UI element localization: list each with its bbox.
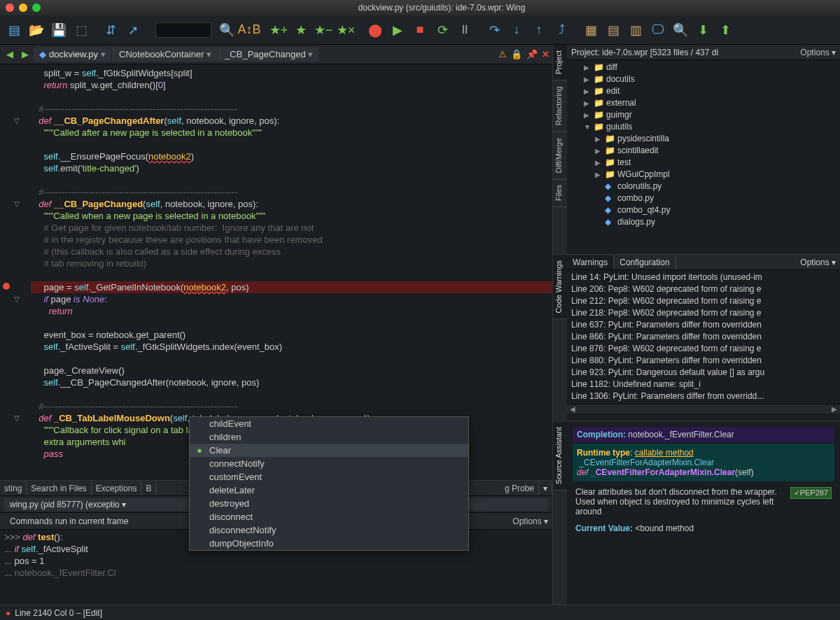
vtab-refactoring[interactable]: Refactoring <box>553 80 567 132</box>
warning-line[interactable]: Line 876: Pep8: W602 deprecated form of … <box>571 343 836 355</box>
autocomplete-item[interactable]: Clear <box>190 444 468 457</box>
project-tree[interactable]: ▶📁diff▶📁docutils▶📁edit▶📁external▶📁guimgr… <box>567 60 840 230</box>
tree-node[interactable]: ▶📁guimgr <box>567 109 840 121</box>
project-options-menu[interactable]: Options ▾ <box>800 48 836 57</box>
tree-node[interactable]: ▶📁scintillaedit <box>567 145 840 157</box>
tree-node[interactable]: ▶📁diff <box>567 62 840 73</box>
close-tab-icon[interactable]: ✕ <box>542 49 550 59</box>
record-icon[interactable]: ⬤ <box>365 20 385 40</box>
breakpoint-marker[interactable] <box>3 283 10 290</box>
tree-node[interactable]: ▶📁WGuiCppImpl <box>567 169 840 181</box>
upload-icon[interactable]: ⬆ <box>715 20 735 40</box>
step-in-icon[interactable]: ↓ <box>507 20 526 40</box>
vtab-code-warnings[interactable]: Code Warnings <box>553 255 567 319</box>
close-window-button[interactable] <box>6 3 14 12</box>
repl-line[interactable]: ... pos = 1 <box>4 555 548 567</box>
tab-more-icon[interactable]: ▾ <box>539 481 552 495</box>
fold-toggle-icon[interactable]: ▽ <box>14 115 20 127</box>
tab-bookmarks[interactable]: B <box>141 481 156 495</box>
step-return-icon[interactable]: ⤴ <box>552 20 571 40</box>
code-line[interactable]: if page is None: <box>31 293 552 305</box>
code-line[interactable] <box>31 91 552 103</box>
warning-line[interactable]: Line 637: PyLint: Parameters differ from… <box>571 319 836 331</box>
code-line[interactable]: # tab removing in rebuild) <box>31 258 552 269</box>
tree-node[interactable]: ▶📁test <box>567 157 840 169</box>
code-line[interactable] <box>31 139 552 150</box>
zoom-icon[interactable]: 🔍 <box>671 20 690 40</box>
warning-line[interactable]: Line 880: PyLint: Parameters differ from… <box>571 355 836 367</box>
code-line[interactable]: # Get page for given notebook/tab number… <box>31 222 552 234</box>
code-line[interactable]: page = self._GetPanelInNotebook(notebook… <box>31 281 552 293</box>
nav-back-icon[interactable]: ◀ <box>3 48 17 62</box>
tab-warnings[interactable]: Warnings <box>567 255 614 269</box>
vtab-project[interactable]: Project <box>553 45 567 80</box>
warning-line[interactable]: Line 866: PyLint: Parameters differ from… <box>571 331 836 343</box>
repl-line[interactable]: ... notebook._fEventFilter.Cl <box>4 567 548 579</box>
star-rm-icon[interactable]: ★− <box>314 20 333 40</box>
step-over-icon[interactable]: ↷ <box>484 20 504 40</box>
code-line[interactable]: def __CB_PageChanged(self, notebook, ign… <box>31 198 552 210</box>
step-out-icon[interactable]: ↑ <box>529 20 549 40</box>
breadcrumb-class[interactable]: CNotebookContainer ▾ <box>113 47 217 62</box>
tree-node[interactable]: ▶📁edit <box>567 85 840 97</box>
stop-icon[interactable]: ■ <box>410 20 430 40</box>
download-icon[interactable]: ⬇ <box>693 20 713 40</box>
code-line[interactable]: self.emit('title-changed') <box>31 162 552 174</box>
save-all-icon[interactable]: ⬚ <box>71 20 91 40</box>
autocomplete-item[interactable]: deleteLater <box>190 484 468 497</box>
process-selector[interactable]: wing.py (pid 85777) (exceptio ▾ <box>4 498 220 511</box>
warning-line[interactable]: Line 923: PyLint: Dangerous default valu… <box>571 367 836 379</box>
code-line[interactable]: def __CB_PageChangedAfter(self, notebook… <box>31 115 552 127</box>
tab-debug-probe[interactable]: g Probe <box>500 481 539 495</box>
autocomplete-popup[interactable]: childEventchildrenClearconnectNotifycust… <box>189 416 469 551</box>
vtab-diffmerge[interactable]: Diff/Merge <box>553 132 567 180</box>
warning-line[interactable]: Line 206: Pep8: W602 deprecated form of … <box>571 283 836 295</box>
code-line[interactable]: # in the registry because these are posi… <box>31 234 552 246</box>
code-line[interactable]: self.__EnsurePageFocus(notebook2) <box>31 150 552 162</box>
autocomplete-item[interactable]: childEvent <box>190 417 468 430</box>
nav-fwd-icon[interactable]: ▶ <box>18 48 32 62</box>
tab-exceptions[interactable]: Exceptions <box>92 481 142 495</box>
runtime-type-link[interactable]: callable method <box>635 448 694 458</box>
lock-icon[interactable]: 🔒 <box>511 49 522 59</box>
code-line[interactable]: # (this callback is also called as a sid… <box>31 246 552 258</box>
tree-node[interactable]: ◆combo.py <box>567 192 840 204</box>
fold-toggle-icon[interactable]: ▽ <box>14 412 20 424</box>
autocomplete-item[interactable]: destroyed <box>190 497 468 510</box>
warnings-options-menu[interactable]: Options ▾ <box>800 258 840 267</box>
open-folder-icon[interactable]: 📂 <box>27 20 46 40</box>
code-line[interactable] <box>31 174 552 186</box>
code-line[interactable]: #---------------------------------------… <box>31 400 552 412</box>
warning-line[interactable]: Line 1182: Undefined name: split_i <box>571 379 836 390</box>
code-line[interactable]: event_box = notebook.get_parent() <box>31 329 552 341</box>
run-icon[interactable]: ▶ <box>388 20 407 40</box>
warnings-list[interactable]: Line 14: PyLint: Unused import itertools… <box>567 270 840 404</box>
code-line[interactable]: """Called after a new page is selected i… <box>31 127 552 139</box>
warning-line[interactable]: Line 218: Pep8: W602 deprecated form of … <box>571 307 836 319</box>
pin-icon[interactable]: 📌 <box>526 49 538 59</box>
star-clear-icon[interactable]: ★× <box>336 20 356 40</box>
code-line[interactable]: return <box>31 305 552 317</box>
tab-search-in-files[interactable]: Search in Files <box>27 481 91 495</box>
autocomplete-item[interactable]: children <box>190 430 468 444</box>
pause-icon[interactable]: ⏸ <box>455 20 475 40</box>
layout2-icon[interactable]: ▤ <box>603 20 623 40</box>
tree-node[interactable]: ◆dialogs.py <box>567 216 840 228</box>
code-line[interactable] <box>31 317 552 329</box>
code-line[interactable]: self.__CB_PageChangedAfter(notebook, ign… <box>31 376 552 388</box>
new-file-icon[interactable]: ▤ <box>4 20 24 40</box>
monitor-icon[interactable]: 🖵 <box>648 20 668 40</box>
code-line[interactable]: self._fActiveSplit = self._fGtkSplitWidg… <box>31 341 552 353</box>
zoom-window-button[interactable] <box>32 3 41 12</box>
tree-node[interactable]: ◆colorutils.py <box>567 181 840 192</box>
code-line[interactable] <box>31 269 552 281</box>
warning-line[interactable]: Line 14: PyLint: Unused import itertools… <box>571 272 836 283</box>
code-line[interactable]: """Called when a new page is selected in… <box>31 210 552 222</box>
warning-line[interactable]: Line 1306: PyLint: Parameters differ fro… <box>571 390 836 402</box>
fold-toggle-icon[interactable]: ▽ <box>14 198 20 210</box>
tab-configuration[interactable]: Configuration <box>614 255 676 269</box>
autocomplete-item[interactable]: connectNotify <box>190 457 468 470</box>
warning-line[interactable]: Line 212: Pep8: W602 deprecated form of … <box>571 295 836 307</box>
star-icon[interactable]: ★ <box>291 20 311 40</box>
tab-testing[interactable]: sting <box>0 481 27 495</box>
